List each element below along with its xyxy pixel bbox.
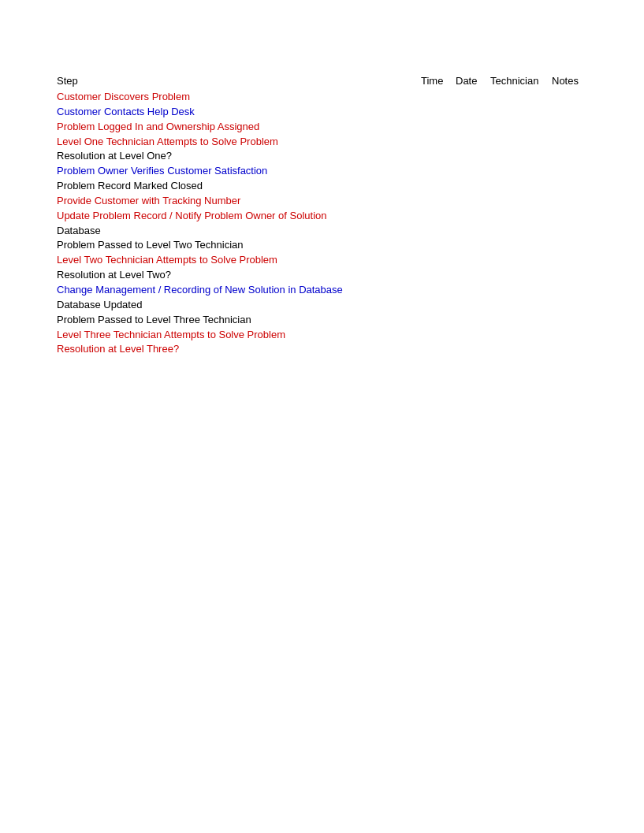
table-row: Problem Logged In and Ownership Assigned	[57, 120, 587, 135]
step-text: Database Updated	[57, 298, 142, 313]
table-row: Problem Owner Verifies Customer Satisfac…	[57, 164, 587, 179]
step-text: Provide Customer with Tracking Number	[57, 194, 240, 209]
header-step: Step	[57, 75, 421, 87]
step-text: Update Problem Record / Notify Problem O…	[57, 209, 327, 224]
date-label: Date	[456, 75, 484, 87]
notes-label: Notes	[552, 75, 587, 87]
table-row: Level Two Technician Attempts to Solve P…	[57, 253, 587, 268]
table-row: Change Management / Recording of New Sol…	[57, 283, 587, 298]
step-text: Resolution at Level Two?	[57, 268, 171, 283]
time-label: Time	[421, 75, 449, 87]
step-text: Change Management / Recording of New Sol…	[57, 283, 343, 298]
step-text: Level One Technician Attempts to Solve P…	[57, 135, 278, 150]
table-row: Resolution at Level One?	[57, 149, 587, 164]
step-text: Resolution at Level One?	[57, 149, 172, 164]
step-text: Resolution at Level Three?	[57, 342, 179, 357]
step-label: Step	[57, 75, 78, 87]
table-row: Problem Record Marked Closed	[57, 179, 587, 194]
table-row: Database	[57, 224, 587, 239]
table-header: Step Time Date Technician Notes	[57, 75, 587, 87]
table-row: Provide Customer with Tracking Number	[57, 194, 587, 209]
table-row: Level One Technician Attempts to Solve P…	[57, 135, 587, 150]
table-row: Level Three Technician Attempts to Solve…	[57, 328, 587, 343]
table-row: Database Updated	[57, 298, 587, 313]
table-row: Problem Passed to Level Three Technician	[57, 313, 587, 328]
table-row: Update Problem Record / Notify Problem O…	[57, 209, 587, 224]
step-text: Problem Record Marked Closed	[57, 179, 203, 194]
step-text: Problem Logged In and Ownership Assigned	[57, 120, 259, 135]
table-row: Customer Discovers Problem	[57, 90, 587, 105]
table-row: Problem Passed to Level Two Technician	[57, 238, 587, 253]
table-row: Resolution at Level Two?	[57, 268, 587, 283]
step-text: Customer Discovers Problem	[57, 90, 190, 105]
table-row: Customer Contacts Help Desk	[57, 105, 587, 120]
step-text: Customer Contacts Help Desk	[57, 105, 195, 120]
step-text: Database	[57, 224, 101, 239]
technician-label: Technician	[490, 75, 545, 87]
header-columns: Time Date Technician Notes	[421, 75, 587, 87]
table-row: Resolution at Level Three?	[57, 342, 587, 357]
step-text: Problem Passed to Level Three Technician	[57, 313, 251, 328]
step-text: Problem Passed to Level Two Technician	[57, 238, 244, 253]
step-text: Level Two Technician Attempts to Solve P…	[57, 253, 277, 268]
page-container: Step Time Date Technician Notes Customer…	[0, 0, 644, 404]
step-text: Level Three Technician Attempts to Solve…	[57, 328, 285, 343]
step-text: Problem Owner Verifies Customer Satisfac…	[57, 164, 267, 179]
table-body: Customer Discovers ProblemCustomer Conta…	[57, 90, 587, 357]
